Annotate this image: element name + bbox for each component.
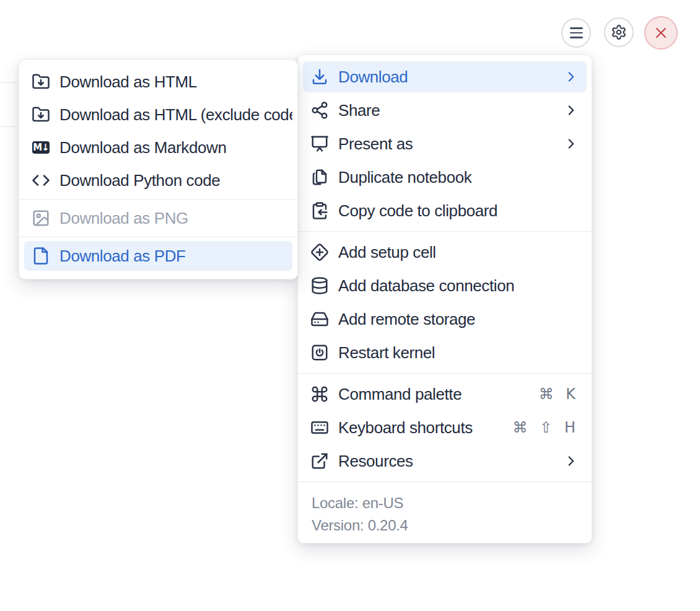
menu-item-label: Duplicate notebook — [338, 168, 471, 187]
menu-item-label: Download — [338, 68, 408, 87]
menu-item-present-as[interactable]: Present as — [303, 128, 587, 159]
menu-divider — [298, 231, 592, 232]
menu-item-download-as-markdown[interactable]: M↓ Download as Markdown — [24, 133, 292, 162]
file-icon — [32, 247, 50, 265]
menu-item-add-setup-cell[interactable]: Add setup cell — [303, 237, 587, 268]
shutdown-button[interactable] — [644, 16, 678, 50]
menu-divider — [19, 199, 297, 200]
database-icon — [310, 276, 329, 295]
menu-item-label: Share — [338, 101, 380, 120]
hard-drive-icon — [310, 310, 329, 328]
menu-item-label: Present as — [338, 134, 413, 154]
menu-item-download-as-png: Download as PNG — [24, 203, 292, 233]
menu-item-label: Download as HTML (exclude code) — [59, 105, 292, 125]
menu-item-label: Add remote storage — [338, 310, 475, 329]
menu-item-download-python-code[interactable]: Download Python code — [24, 165, 292, 195]
menu-divider — [298, 373, 592, 374]
menu-item-keyboard-shortcuts[interactable]: Keyboard shortcuts ⌘ ⇧ H — [303, 412, 587, 443]
download-submenu: Download as HTML Download as HTML (exclu… — [19, 59, 298, 279]
chevron-right-icon — [563, 453, 579, 469]
background-divider-line — [0, 126, 18, 127]
menu-item-label: Resources — [338, 452, 413, 471]
menu-item-label: Keyboard shortcuts — [338, 418, 473, 437]
menu-footer: Locale: en-US Version: 0.20.4 — [298, 487, 592, 538]
power-square-icon — [310, 343, 329, 362]
menu-item-add-remote-storage[interactable]: Add remote storage — [303, 304, 587, 335]
menu-item-add-database-connection[interactable]: Add database connection — [303, 270, 587, 301]
command-icon — [310, 385, 329, 403]
notebook-menu-button[interactable] — [561, 18, 591, 48]
locale-text: Locale: en-US — [312, 492, 578, 514]
notebook-menu: Download Share Present as — [297, 55, 592, 543]
chevron-right-icon — [563, 102, 579, 118]
menu-item-duplicate-notebook[interactable]: Duplicate notebook — [303, 162, 587, 193]
shortcut-hint: ⌘ K — [539, 385, 579, 403]
menu-item-label: Download Python code — [59, 171, 220, 190]
menu-item-label: Add setup cell — [338, 243, 436, 262]
settings-button[interactable] — [604, 17, 634, 47]
menu-item-download[interactable]: Download — [303, 61, 587, 92]
share-icon — [310, 101, 329, 120]
menu-item-command-palette[interactable]: Command palette ⌘ K — [303, 379, 587, 410]
clipboard-copy-icon — [310, 201, 329, 220]
menu-item-download-as-html-exclude-code[interactable]: Download as HTML (exclude code) — [24, 100, 292, 130]
menu-item-copy-code-to-clipboard[interactable]: Copy code to clipboard — [303, 195, 587, 226]
menu-item-label: Restart kernel — [338, 343, 435, 363]
menu-item-restart-kernel[interactable]: Restart kernel — [303, 337, 587, 368]
folder-down-icon — [32, 73, 50, 91]
menu-item-label: Download as HTML — [59, 73, 197, 92]
copy-pages-icon — [310, 168, 329, 187]
menu-item-label: Download as PNG — [59, 209, 188, 228]
menu-item-label: Download as Markdown — [59, 138, 226, 157]
image-icon — [32, 209, 50, 227]
menu-divider — [298, 481, 592, 482]
chevron-right-icon — [563, 136, 579, 152]
menu-item-download-as-pdf[interactable]: Download as PDF — [24, 241, 292, 271]
menu-item-download-as-html[interactable]: Download as HTML — [24, 67, 292, 97]
menu-item-share[interactable]: Share — [303, 95, 587, 126]
version-text: Version: 0.20.4 — [312, 514, 578, 537]
menu-item-label: Add database connection — [338, 276, 514, 296]
folder-down-icon — [32, 105, 50, 124]
code-icon — [32, 171, 50, 190]
presentation-icon — [310, 134, 329, 153]
markdown-icon: M↓ — [32, 138, 50, 157]
background-divider-line — [0, 82, 18, 83]
hamburger-icon — [570, 27, 583, 38]
gear-icon — [611, 24, 627, 40]
menu-divider — [19, 237, 297, 237]
chevron-right-icon — [563, 69, 579, 85]
download-icon — [310, 68, 329, 86]
external-link-icon — [310, 452, 329, 470]
diamond-plus-icon — [310, 243, 329, 262]
menu-item-resources[interactable]: Resources — [303, 446, 587, 477]
keyboard-icon — [310, 418, 329, 437]
close-icon — [654, 25, 668, 40]
menu-item-label: Copy code to clipboard — [338, 201, 497, 221]
menu-item-label: Command palette — [338, 385, 462, 404]
menu-item-label: Download as PDF — [59, 247, 186, 266]
shortcut-hint: ⌘ ⇧ H — [513, 419, 579, 436]
